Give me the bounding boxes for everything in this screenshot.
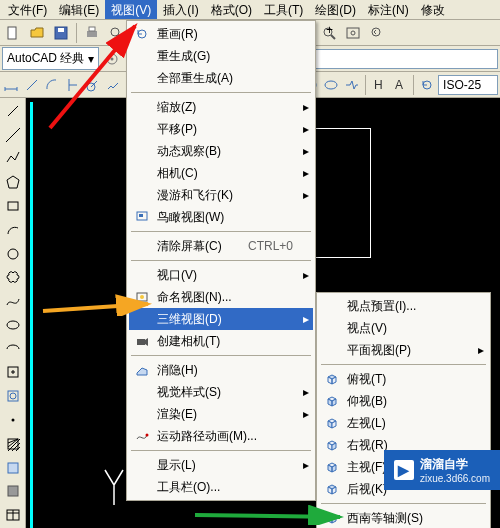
dim-arc-icon[interactable] xyxy=(43,74,61,96)
menu-draw[interactable]: 绘图(D) xyxy=(309,0,362,19)
svg-point-62 xyxy=(10,393,16,399)
motion-icon xyxy=(133,427,151,445)
menu-file[interactable]: 文件(F) xyxy=(2,0,53,19)
menu-pan[interactable]: 平移(P)▸ xyxy=(129,118,313,140)
preview-icon[interactable] xyxy=(105,22,127,44)
inspect-icon[interactable] xyxy=(322,74,340,96)
menu-modify[interactable]: 修改 xyxy=(415,0,451,19)
svg-rect-66 xyxy=(8,486,18,496)
menu-walkfly[interactable]: 漫游和飞行(K)▸ xyxy=(129,184,313,206)
block-icon[interactable] xyxy=(2,385,24,407)
dim-ord-icon[interactable] xyxy=(63,74,81,96)
workspace-settings-icon[interactable] xyxy=(101,48,123,70)
insert-icon[interactable] xyxy=(2,362,24,384)
jogline-icon[interactable] xyxy=(343,74,361,96)
point-icon[interactable] xyxy=(2,409,24,431)
dim-tedit-icon[interactable]: A xyxy=(390,74,408,96)
menu-viewports[interactable]: 视口(V)▸ xyxy=(129,264,313,286)
table-icon[interactable] xyxy=(2,504,24,526)
menu-hide[interactable]: 消隐(H) xyxy=(129,359,313,381)
dim-jog-icon[interactable] xyxy=(104,74,122,96)
save-icon[interactable] xyxy=(50,22,72,44)
menu-render[interactable]: 渲染(E)▸ xyxy=(129,403,313,425)
dim-linear-icon[interactable] xyxy=(2,74,20,96)
polygon-icon[interactable] xyxy=(2,171,24,193)
region-icon[interactable] xyxy=(2,481,24,503)
menu-view[interactable]: 视图(V) xyxy=(105,0,157,19)
viewport-edge xyxy=(30,102,33,528)
menu-display[interactable]: 显示(L)▸ xyxy=(129,454,313,476)
dim-edit-icon[interactable]: H xyxy=(370,74,388,96)
menu-zoom[interactable]: 缩放(Z)▸ xyxy=(129,96,313,118)
new-icon[interactable] xyxy=(2,22,24,44)
menu-create-camera[interactable]: 创建相机(T) xyxy=(129,330,313,352)
submenu-arrow-icon: ▸ xyxy=(303,144,309,158)
menu-toolbars[interactable]: 工具栏(O)... xyxy=(129,476,313,498)
revcloud-icon[interactable] xyxy=(2,266,24,288)
zoom-rt-icon[interactable]: + xyxy=(318,22,340,44)
svg-line-29 xyxy=(27,80,37,90)
zoom-prev-icon[interactable] xyxy=(366,22,388,44)
svg-point-63 xyxy=(11,419,14,422)
menu-3d-views[interactable]: 三维视图(D)▸ xyxy=(129,308,313,330)
print-icon[interactable] xyxy=(81,22,103,44)
ellipse-icon[interactable] xyxy=(2,314,24,336)
cube-right-icon xyxy=(323,436,341,454)
menu-bar: 文件(F) 编辑(E) 视图(V) 插入(I) 格式(O) 工具(T) 绘图(D… xyxy=(0,0,500,20)
open-icon[interactable] xyxy=(26,22,48,44)
submenu-vpoint-presets[interactable]: 视点预置(I)... xyxy=(319,295,488,317)
gradient-icon[interactable] xyxy=(2,457,24,479)
menu-regenall[interactable]: 全部重生成(A) xyxy=(129,67,313,89)
menu-format[interactable]: 格式(O) xyxy=(205,0,258,19)
submenu-arrow-icon: ▸ xyxy=(303,166,309,180)
dropdown-icon: ▾ xyxy=(88,52,94,66)
workspace-selector[interactable]: AutoCAD 经典 ▾ xyxy=(2,47,99,70)
spline-icon[interactable] xyxy=(2,290,24,312)
submenu-planview[interactable]: 平面视图(P)▸ xyxy=(319,339,488,361)
toolbar-draw xyxy=(0,98,26,528)
line-icon[interactable] xyxy=(2,100,24,122)
refresh-icon xyxy=(133,25,151,43)
menu-regen[interactable]: 重生成(G) xyxy=(129,45,313,67)
submenu-vpoint[interactable]: 视点(V) xyxy=(319,317,488,339)
cube-left-icon xyxy=(323,414,341,432)
svg-rect-2 xyxy=(58,28,64,32)
zoom-win-icon[interactable] xyxy=(342,22,364,44)
menu-tools[interactable]: 工具(T) xyxy=(258,0,309,19)
menu-dim[interactable]: 标注(N) xyxy=(362,0,415,19)
ellipsearc-icon[interactable] xyxy=(2,338,24,360)
menu-clean[interactable]: 清除屏幕(C)CTRL+0 xyxy=(129,235,313,257)
pline-icon[interactable] xyxy=(2,148,24,170)
xline-icon[interactable] xyxy=(2,124,24,146)
menu-edit[interactable]: 编辑(E) xyxy=(53,0,105,19)
submenu-bottom[interactable]: 仰视(B) xyxy=(319,390,488,412)
circle-icon[interactable] xyxy=(2,243,24,265)
svg-line-55 xyxy=(6,128,20,142)
rectangle-icon[interactable] xyxy=(2,195,24,217)
dimstyle-selector[interactable]: ISO-25 xyxy=(438,75,498,95)
svg-point-20 xyxy=(111,57,114,60)
svg-text:+: + xyxy=(326,25,333,37)
submenu-top[interactable]: 俯视(T) xyxy=(319,368,488,390)
dim-update-icon[interactable] xyxy=(418,74,436,96)
arc-icon[interactable] xyxy=(2,219,24,241)
hatch-icon[interactable] xyxy=(2,433,24,455)
dim-aligned-icon[interactable] xyxy=(22,74,40,96)
menu-motion-path[interactable]: 运动路径动画(M)... xyxy=(129,425,313,447)
menu-orbit[interactable]: 动态观察(B)▸ xyxy=(129,140,313,162)
menu-camera[interactable]: 相机(C)▸ xyxy=(129,162,313,184)
menu-aerial[interactable]: 鸟瞰视图(W) xyxy=(129,206,313,228)
menu-insert[interactable]: 插入(I) xyxy=(157,0,204,19)
submenu-left[interactable]: 左视(L) xyxy=(319,412,488,434)
menu-visual-styles[interactable]: 视觉样式(S)▸ xyxy=(129,381,313,403)
svg-point-5 xyxy=(111,28,119,36)
separator xyxy=(76,23,77,43)
cube-swiso-icon xyxy=(323,509,341,527)
dim-radius-icon[interactable] xyxy=(84,74,102,96)
separator xyxy=(321,503,486,504)
separator xyxy=(413,75,414,95)
cube-top-icon xyxy=(323,370,341,388)
menu-named-views[interactable]: 命名视图(N)... xyxy=(129,286,313,308)
menu-redraw[interactable]: 重画(R) xyxy=(129,23,313,45)
submenu-sw-iso[interactable]: 西南等轴测(S) xyxy=(319,507,488,528)
